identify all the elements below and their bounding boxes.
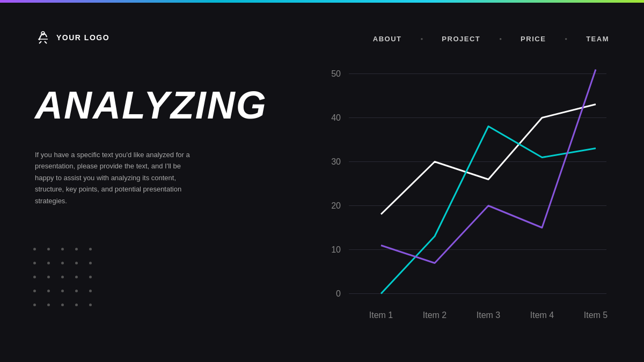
y-label-50: 50 xyxy=(331,69,341,78)
dot xyxy=(61,276,64,278)
dot xyxy=(47,290,50,292)
hero-description: If you have a specific text you'd like a… xyxy=(35,149,201,206)
x-label-item5: Item 5 xyxy=(584,311,608,320)
dot xyxy=(89,262,92,264)
dot xyxy=(33,304,36,306)
logo-text: YOUR LOGO xyxy=(56,33,109,42)
y-label-30: 30 xyxy=(331,157,341,166)
dot xyxy=(75,290,78,292)
dot xyxy=(61,290,64,292)
white-line-series xyxy=(381,105,596,215)
dot xyxy=(33,276,36,278)
x-label-item1: Item 1 xyxy=(369,311,393,320)
dot xyxy=(33,262,36,264)
dot xyxy=(89,248,92,250)
dot xyxy=(61,248,64,250)
dot xyxy=(75,276,78,278)
dot xyxy=(33,248,36,250)
y-label-0: 0 xyxy=(336,289,341,298)
x-label-item2: Item 2 xyxy=(423,311,447,320)
dot xyxy=(75,262,78,264)
nav-item-price[interactable]: PRICE xyxy=(521,35,546,43)
nav-item-team[interactable]: TEAM xyxy=(586,35,609,43)
page-title: ANALYZING xyxy=(35,83,267,127)
dots-grid xyxy=(30,244,95,309)
logo-icon xyxy=(35,29,51,46)
top-gradient-bar xyxy=(0,0,644,3)
dot xyxy=(61,262,64,264)
cyan-line-series xyxy=(381,127,596,294)
nav-item-project[interactable]: PROJECT xyxy=(442,35,480,43)
y-label-20: 20 xyxy=(331,201,341,210)
logo-area: YOUR LOGO xyxy=(35,29,109,46)
x-label-item4: Item 4 xyxy=(530,311,554,320)
dot xyxy=(47,304,50,306)
y-label-40: 40 xyxy=(331,113,341,122)
dot xyxy=(89,276,92,278)
dot xyxy=(47,262,50,264)
dot xyxy=(75,304,78,306)
dot xyxy=(47,276,50,278)
nav-item-about[interactable]: ABOUT xyxy=(373,35,402,43)
purple-line-series xyxy=(381,70,596,263)
y-label-10: 10 xyxy=(331,245,341,254)
chart-area: 50 40 30 20 10 0 Item 1 Item 2 Item 3 It… xyxy=(317,54,617,346)
line-chart: 50 40 30 20 10 0 Item 1 Item 2 Item 3 It… xyxy=(317,54,617,346)
dot xyxy=(89,290,92,292)
dot xyxy=(47,248,50,250)
main-nav: ABOUT ● PROJECT ● PRICE ● TEAM xyxy=(373,35,609,43)
x-label-item3: Item 3 xyxy=(477,311,501,320)
dot xyxy=(33,290,36,292)
dot xyxy=(75,248,78,250)
dot xyxy=(61,304,64,306)
dot xyxy=(89,304,92,306)
